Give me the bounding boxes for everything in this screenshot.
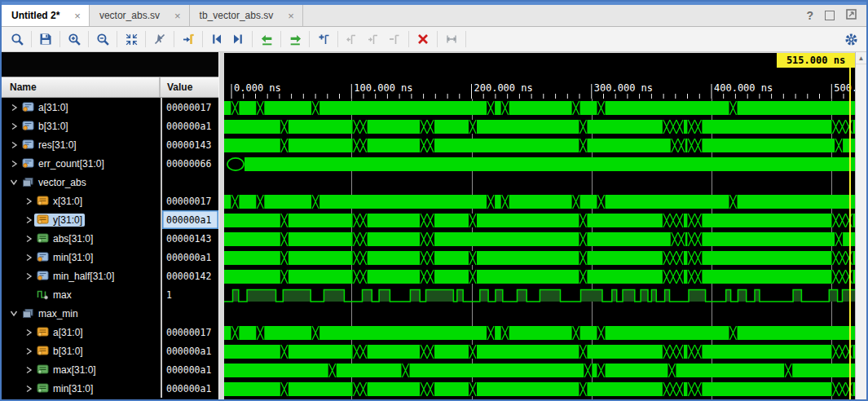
vertical-scrollbar[interactable]: ▲ <box>855 52 866 401</box>
wave-row[interactable] <box>224 192 855 211</box>
wave-row[interactable] <box>224 342 855 361</box>
time-cursor-line[interactable] <box>849 67 851 401</box>
zoom-in-button[interactable] <box>64 29 85 49</box>
wave-row[interactable] <box>224 324 855 342</box>
wave-row[interactable] <box>224 380 855 399</box>
panel-splitter[interactable] <box>218 52 224 401</box>
next-transition-button[interactable] <box>227 29 249 49</box>
swap-next-button[interactable] <box>284 29 306 49</box>
settings-button[interactable] <box>840 29 861 49</box>
signal-row[interactable]: max_min <box>2 304 218 323</box>
signal-value[interactable]: 000000a1 <box>161 342 218 360</box>
signal-value[interactable]: 000000a1 <box>161 210 218 229</box>
expand-icon[interactable] <box>23 216 34 224</box>
time-ruler[interactable]: 0.000 ns100.000 ns200.000 ns300.000 ns40… <box>224 53 855 99</box>
tab-untitled-2-[interactable]: Untitled 2*× <box>2 5 90 26</box>
tab-close-icon[interactable]: × <box>73 10 82 22</box>
previous-marker-button[interactable] <box>341 29 363 49</box>
signal-row[interactable]: vector_abs <box>2 173 218 192</box>
signal-value[interactable]: 1 <box>161 285 218 304</box>
signal-value[interactable]: 00000017 <box>161 323 218 342</box>
signal-value[interactable]: 00000143 <box>161 229 218 248</box>
collapse-icon[interactable] <box>8 310 20 317</box>
signal-value[interactable] <box>161 173 218 192</box>
signal-value[interactable]: 00000066 <box>161 154 218 173</box>
tab-vector-abs-sv[interactable]: vector_abs.sv× <box>90 5 190 26</box>
swap-previous-button[interactable] <box>256 29 277 49</box>
expand-icon[interactable] <box>23 272 34 280</box>
expand-icon[interactable] <box>23 385 34 393</box>
expand-icon[interactable] <box>23 366 34 374</box>
float-window-icon[interactable] <box>846 8 857 23</box>
wave-row[interactable] <box>224 155 855 174</box>
wave-row[interactable] <box>224 267 855 286</box>
zoom-out-button[interactable] <box>92 29 113 49</box>
signal-name: x[31:0] <box>53 196 82 207</box>
add-marker-button[interactable] <box>313 29 334 49</box>
wave-row[interactable] <box>224 136 855 155</box>
signal-row[interactable]: y[31:0]000000a1 <box>2 210 218 229</box>
value-column-header[interactable]: Value <box>161 77 218 97</box>
signal-value[interactable]: 000000a1 <box>161 360 218 379</box>
signal-row[interactable]: x[31:0]00000017 <box>2 192 218 210</box>
expand-icon[interactable] <box>8 141 20 149</box>
signal-value[interactable]: 000000a1 <box>161 117 218 135</box>
signal-value[interactable]: 00000142 <box>161 267 218 285</box>
previous-transition-button[interactable] <box>206 29 227 49</box>
wave-row[interactable] <box>224 211 855 230</box>
expand-icon[interactable] <box>8 104 20 112</box>
signal-row[interactable]: min_half[31:0]00000142 <box>2 267 218 285</box>
signal-row[interactable]: a[31:0]00000017 <box>2 98 218 117</box>
expand-icon[interactable] <box>23 347 34 355</box>
signal-row[interactable]: min[31:0]000000a1 <box>2 379 218 398</box>
help-icon[interactable]: ? <box>806 9 813 22</box>
wave-row[interactable] <box>224 249 855 267</box>
expand-icon[interactable] <box>23 328 34 337</box>
signal-row[interactable]: a[31:0]00000017 <box>2 323 218 342</box>
expand-icon[interactable] <box>8 122 20 130</box>
no-drag-button[interactable] <box>149 29 170 49</box>
collapse-icon[interactable] <box>8 178 20 186</box>
signal-name: y[31:0] <box>53 214 82 226</box>
tab-label: tb_vector_abs.sv <box>200 10 274 21</box>
signal-row[interactable]: abs[31:0]00000143 <box>2 229 218 248</box>
wave-row[interactable] <box>224 361 855 380</box>
signal-row[interactable]: err_count[31:0]00000066 <box>2 154 218 173</box>
maximize-icon[interactable] <box>825 11 835 20</box>
tab-close-icon[interactable]: × <box>286 10 296 22</box>
fit-interval-button[interactable] <box>441 29 462 49</box>
remove-marker-button[interactable] <box>384 29 405 49</box>
signal-value[interactable] <box>161 304 218 323</box>
signal-row[interactable]: res[31:0]00000143 <box>2 135 218 154</box>
signal-row[interactable]: max[31:0]000000a1 <box>2 360 218 379</box>
wave-row[interactable] <box>224 230 855 249</box>
expand-icon[interactable] <box>23 197 34 205</box>
next-marker-button[interactable] <box>363 29 384 49</box>
signal-value[interactable]: 000000a1 <box>161 248 218 267</box>
expand-icon[interactable] <box>23 253 34 262</box>
wave-row[interactable] <box>224 286 855 305</box>
wave-row[interactable] <box>224 117 855 136</box>
wave-row[interactable] <box>224 99 855 117</box>
expand-icon[interactable] <box>8 160 20 168</box>
delete-button[interactable] <box>412 29 434 49</box>
signal-value[interactable]: 00000017 <box>161 98 218 117</box>
signal-row[interactable]: b[31:0]000000a1 <box>2 117 218 135</box>
zoom-area-button[interactable] <box>7 29 28 49</box>
save-waveform-button[interactable] <box>35 29 56 49</box>
go-to-cursor-button[interactable] <box>178 29 199 49</box>
signal-row[interactable]: b[31:0]000000a1 <box>2 342 218 360</box>
bus-signal-icon <box>22 139 34 150</box>
zoom-fit-button[interactable] <box>121 29 142 49</box>
tab-tb-vector-abs-sv[interactable]: tb_vector_abs.sv× <box>190 5 303 26</box>
name-column-header[interactable]: Name <box>2 77 161 97</box>
signal-value[interactable]: 00000143 <box>161 135 218 154</box>
expand-icon[interactable] <box>23 235 34 243</box>
signal-row[interactable]: min[31:0]000000a1 <box>2 248 218 267</box>
tab-close-icon[interactable]: × <box>173 10 183 22</box>
waveform-canvas[interactable]: 0.000 ns100.000 ns200.000 ns300.000 ns40… <box>224 52 855 401</box>
signal-value[interactable]: 00000017 <box>161 192 218 210</box>
scroll-up-icon[interactable]: ▲ <box>856 52 866 64</box>
signal-row[interactable]: max1 <box>2 285 218 304</box>
signal-value[interactable]: 000000a1 <box>161 379 218 398</box>
